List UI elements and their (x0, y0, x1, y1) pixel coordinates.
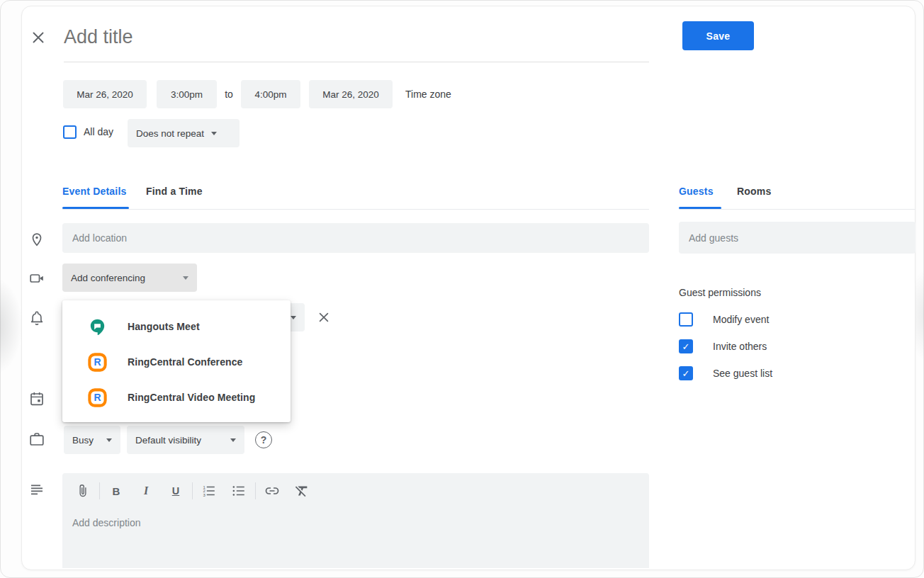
text-lines-icon (28, 481, 45, 498)
recurrence-label: Does not repeat (136, 128, 204, 139)
invite-others-checkbox[interactable] (679, 339, 693, 353)
menu-item-label: RingCentral Video Meeting (128, 392, 255, 403)
see-guest-list-checkbox[interactable] (679, 366, 693, 380)
briefcase-icon (28, 431, 45, 448)
bell-icon (28, 310, 45, 327)
visibility-label: Default visibility (135, 435, 201, 446)
chevron-down-icon (211, 132, 217, 135)
save-button[interactable]: Save (682, 21, 754, 50)
tab-rooms[interactable]: Rooms (737, 186, 771, 197)
menu-item-ringcentral-video-meeting[interactable]: R RingCentral Video Meeting (62, 380, 291, 415)
menu-item-hangouts-meet[interactable]: Hangouts Meet (62, 309, 291, 344)
tab-guests[interactable]: Guests (679, 186, 714, 197)
toolbar-divider (99, 482, 100, 499)
paperclip-icon[interactable] (74, 482, 92, 500)
description-placeholder[interactable]: Add description (72, 517, 141, 528)
calendar-icon (28, 390, 45, 407)
bulleted-list-icon[interactable] (230, 482, 248, 500)
conferencing-menu: Hangouts Meet R RingCentral Conference R… (62, 300, 291, 422)
title-input[interactable] (64, 21, 546, 52)
end-date-chip[interactable]: Mar 26, 2020 (309, 80, 393, 108)
tabs-divider-right (679, 209, 915, 210)
event-editor-screen: Save Mar 26, 2020 3:00pm to 4:00pm Mar 2… (0, 0, 924, 578)
svg-text:R: R (94, 392, 101, 403)
help-icon[interactable]: ? (255, 431, 272, 448)
video-camera-icon (28, 270, 45, 287)
busy-label: Busy (72, 435, 94, 446)
menu-item-label: RingCentral Conference (128, 356, 242, 368)
modify-event-label: Modify event (713, 312, 769, 327)
all-day-checkbox[interactable] (63, 125, 77, 139)
end-time-chip[interactable]: 4:00pm (241, 80, 300, 108)
chevron-down-icon (291, 316, 296, 319)
visibility-dropdown[interactable]: Default visibility (127, 426, 244, 454)
tab-event-details[interactable]: Event Details (62, 186, 127, 197)
recurrence-dropdown[interactable]: Does not repeat (128, 119, 240, 147)
link-icon[interactable] (263, 482, 281, 500)
see-guest-list-label: See guest list (713, 366, 772, 380)
menu-item-label: Hangouts Meet (128, 321, 200, 332)
underline-button[interactable]: U (167, 482, 185, 500)
tabs-divider-left (62, 209, 649, 210)
clear-formatting-icon[interactable] (293, 482, 311, 500)
add-conferencing-label: Add conferencing (71, 273, 145, 283)
busy-dropdown[interactable]: Busy (64, 426, 120, 454)
chevron-down-icon (106, 438, 112, 442)
title-underline (64, 62, 649, 62)
to-label: to (220, 80, 238, 108)
description-toolbar: B I U 123 (74, 482, 311, 500)
svg-text:R: R (94, 356, 101, 368)
bold-button[interactable]: B (107, 482, 125, 500)
map-pin-icon (28, 230, 45, 247)
ringcentral-icon: R (88, 388, 107, 407)
timezone-link[interactable]: Time zone (405, 80, 451, 108)
toolbar-divider (255, 482, 256, 499)
italic-button[interactable]: I (137, 482, 155, 500)
start-time-chip[interactable]: 3:00pm (157, 80, 217, 108)
add-conferencing-dropdown[interactable]: Add conferencing (62, 264, 197, 292)
chevron-down-icon (230, 438, 236, 442)
numbered-list-icon[interactable]: 123 (200, 482, 218, 500)
description-area[interactable]: B I U 123 Add description (62, 473, 649, 568)
start-date-chip[interactable]: Mar 26, 2020 (63, 80, 147, 108)
toolbar-divider (192, 482, 193, 499)
location-input[interactable] (62, 223, 649, 253)
close-icon[interactable] (30, 29, 47, 46)
svg-text:3: 3 (203, 493, 205, 497)
chevron-down-icon (183, 276, 188, 280)
ringcentral-icon: R (88, 353, 107, 372)
hangouts-meet-icon (88, 317, 107, 336)
menu-item-ringcentral-conference[interactable]: R RingCentral Conference (62, 344, 291, 380)
invite-others-label: Invite others (713, 339, 767, 353)
all-day-label: All day (84, 119, 113, 144)
remove-notification-icon[interactable] (317, 310, 331, 324)
add-guests-input[interactable] (679, 222, 915, 254)
modify-event-checkbox[interactable] (679, 312, 693, 327)
tab-find-a-time[interactable]: Find a Time (146, 186, 203, 197)
guest-permissions-title: Guest permissions (679, 287, 761, 298)
